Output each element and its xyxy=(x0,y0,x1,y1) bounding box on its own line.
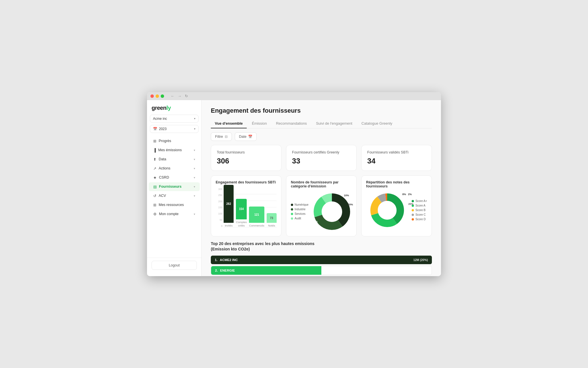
donut-chart2: 8% 2% 20% 30% 40% Score A+ xyxy=(366,192,427,229)
logout-button[interactable]: Logout xyxy=(152,261,197,270)
label-20: 20% xyxy=(348,203,353,206)
tab-vue-ensemble[interactable]: Vue d'ensemble xyxy=(211,119,247,128)
stat-total-fournisseurs: Total fournisseurs 306 xyxy=(211,145,281,171)
window-controls xyxy=(150,94,164,98)
sidebar-item-ressources[interactable]: ⊞ Mes ressources xyxy=(149,201,200,209)
chevron-icon: ▾ xyxy=(194,213,195,216)
sidebar-item-csrd[interactable]: ★ CSRD ▾ xyxy=(149,173,200,182)
folder-icon: ▤ xyxy=(153,185,157,189)
legend-numerique: Numérique xyxy=(291,203,309,206)
bar-commences: 121 Commencés xyxy=(249,207,264,227)
sidebar-item-acv[interactable]: ↺ ACV ▾ xyxy=(149,191,200,200)
minimize-button[interactable] xyxy=(156,94,159,98)
stat-value: 33 xyxy=(292,157,351,165)
sidebar-item-label: Fournisseurs xyxy=(159,185,181,189)
tab-emission[interactable]: Émission xyxy=(248,119,271,128)
emission-row-1: 1. ACME2 INC 12M (20%) xyxy=(211,256,432,264)
donut-chart1-card: Nombre de fournisseurs par catégorie d'é… xyxy=(286,175,357,236)
bar-comptes: 154 Comptescréés xyxy=(236,199,247,228)
chevron-icon: ▾ xyxy=(194,176,195,179)
stat-valides: Fournisseurs validés SBTi 34 xyxy=(361,145,432,171)
close-button[interactable] xyxy=(150,94,154,98)
svg-point-10 xyxy=(378,201,396,219)
date-filter-button[interactable]: Date 📅 xyxy=(235,132,257,141)
filter-icon: ⊟ xyxy=(225,135,228,139)
chevron-icon: ▾ xyxy=(194,149,195,152)
chevron-icon: ▾ xyxy=(194,194,195,197)
filter-button[interactable]: Filtre ⊟ xyxy=(211,132,232,141)
sidebar-item-label: Mon compte xyxy=(159,212,179,216)
legend-score-d: Score D xyxy=(412,218,427,221)
donut-chart2-title: Répartition des notes des fournisseurs xyxy=(366,180,427,188)
back-arrow[interactable]: ← xyxy=(171,94,174,98)
emission-row-2: 2. ENERGIE 12M (13%) xyxy=(211,266,432,275)
titlebar: ← → ↻ xyxy=(147,92,441,100)
sidebar-item-emissions[interactable]: ▐ Mes émissions ▾ xyxy=(149,146,200,155)
sidebar: greenly Acme inc ▾ 📅 2023 ▾ ⊞ Progrès xyxy=(147,100,202,276)
stat-value: 34 xyxy=(367,157,426,165)
stat-label: Total fournisseurs xyxy=(217,150,275,154)
year-selector[interactable]: 📅 2023 ▾ xyxy=(150,125,199,133)
chevron-icon: ▾ xyxy=(194,158,195,161)
sidebar-item-progres[interactable]: ⊞ Progrès xyxy=(149,137,200,145)
svg-point-4 xyxy=(322,202,342,222)
bar-invites: 282 Invités xyxy=(224,185,234,227)
account-name: Acme inc xyxy=(153,117,167,121)
donut2-svg xyxy=(369,192,406,229)
sidebar-item-data[interactable]: ⬆ Data ▾ xyxy=(149,155,200,164)
label-10: 10% xyxy=(344,194,349,197)
top-emissions-title: Top 20 des entreprises avec les plus hau… xyxy=(211,241,432,252)
legend-score-c: Score C xyxy=(412,213,427,216)
forward-arrow[interactable]: → xyxy=(178,94,181,98)
donut-chart2-card: Répartition des notes des fournisseurs xyxy=(361,175,432,236)
app-window: ← → ↻ greenly Acme inc ▾ 📅 2023 ▾ xyxy=(147,92,441,276)
sidebar-item-actions[interactable]: ↗ Actions ▾ xyxy=(149,164,200,173)
sidebar-item-fournisseurs[interactable]: ▤ Fournisseurs ▾ xyxy=(149,182,200,191)
logo-text: greenly xyxy=(152,105,197,111)
donut-chart1-title: Nombre de fournisseurs par catégorie d'é… xyxy=(291,180,352,188)
calendar-icon: 📅 xyxy=(153,127,157,131)
tabs-nav: Vue d'ensemble Émission Recommandations … xyxy=(211,119,432,128)
filter-label: Filtre xyxy=(215,135,223,139)
main-header: Engagement des fournisseurs Vue d'ensemb… xyxy=(202,100,441,128)
label-40: 40% xyxy=(341,227,346,229)
donut1-svg xyxy=(312,192,352,232)
page-title: Engagement des fournisseurs xyxy=(211,107,432,114)
year-text: 📅 2023 xyxy=(153,127,167,131)
sidebar-bottom: Logout xyxy=(147,258,201,273)
bar-chart: 300 250 200 150 100 50 0 xyxy=(216,188,277,228)
reload-icon[interactable]: ↻ xyxy=(185,94,188,98)
sidebar-item-label: Mes émissions xyxy=(158,148,182,152)
star-icon: ★ xyxy=(153,175,157,180)
stats-row: Total fournisseurs 306 Fournisseurs cert… xyxy=(202,145,441,175)
sidebar-item-compte[interactable]: ⚙ Mon compte ▾ xyxy=(149,210,200,219)
list-item: 1. ACME2 INC 12M (20%) xyxy=(211,256,432,264)
top-emissions-section: Top 20 des entreprises avec les plus hau… xyxy=(202,241,441,276)
bar-chart-card: Engagement des fournisseurs SBTi 300 250… xyxy=(211,175,281,236)
legend-services: Services xyxy=(291,212,309,215)
tab-catalogue[interactable]: Catalogue Greenly xyxy=(358,119,396,128)
upload-icon: ⬆ xyxy=(153,157,156,161)
sidebar-item-label: Mes ressources xyxy=(159,203,184,207)
sidebar-item-label: ACV xyxy=(159,194,166,198)
app-body: greenly Acme inc ▾ 📅 2023 ▾ ⊞ Progrès xyxy=(147,100,441,276)
label-30: 30% xyxy=(313,220,318,223)
stat-certifies: Fournisseurs certifiés Greenly 33 xyxy=(286,145,357,171)
donut1-chart-area: 10% 20% 30% 40% xyxy=(312,192,352,232)
account-chevron-icon: ▾ xyxy=(194,117,195,120)
account-selector[interactable]: Acme inc ▾ xyxy=(150,115,199,123)
main-content: Engagement des fournisseurs Vue d'ensemb… xyxy=(202,100,441,276)
chevron-icon: ▾ xyxy=(194,185,195,188)
donut1-legend: Numérique Industrie Services xyxy=(291,203,309,220)
grid-icon: ⊞ xyxy=(153,139,156,143)
donut-chart1: Numérique Industrie Services xyxy=(291,192,352,232)
sidebar-item-label: Progrès xyxy=(159,139,171,143)
calendar-filter-icon: 📅 xyxy=(248,135,252,139)
cycle-icon: ↺ xyxy=(153,194,156,198)
maximize-button[interactable] xyxy=(161,94,164,98)
tab-recommendations[interactable]: Recommandations xyxy=(272,119,311,128)
legend-audit: Audit xyxy=(291,217,309,220)
tab-suivi[interactable]: Suivi de l'engagement xyxy=(312,119,356,128)
sidebar-item-label: Actions xyxy=(159,166,170,170)
filters-row: Filtre ⊟ Date 📅 xyxy=(202,128,441,145)
